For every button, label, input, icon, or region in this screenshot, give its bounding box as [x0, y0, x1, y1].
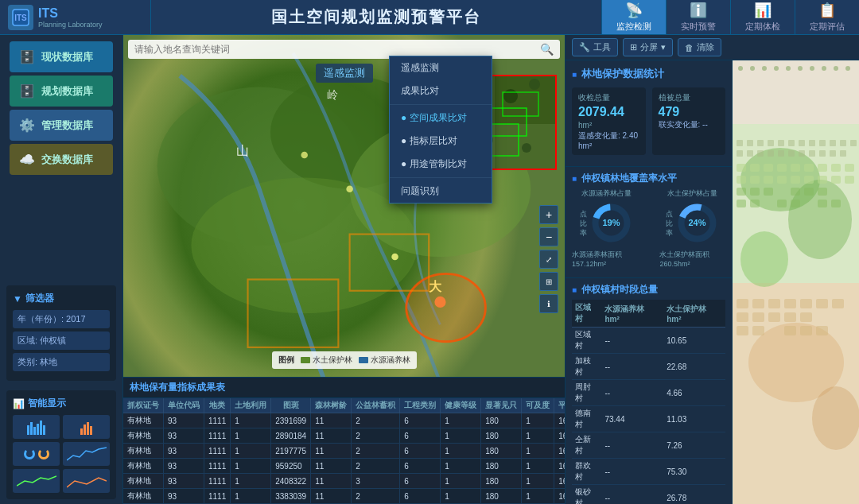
stat-label-2: 植被总量	[659, 92, 720, 103]
donut2-row: 点比率 24%	[666, 201, 719, 247]
donut1-svg: 19%	[589, 201, 633, 245]
stats-title: 林地保护数据统计	[572, 67, 725, 81]
nav-tab-jkjc[interactable]: 📡 监控检测 遥感监测 成果比对 ● 空间成果比对 ● 指标层比对 ● 用途管制…	[601, 0, 666, 34]
chart-mini-6	[63, 469, 110, 493]
tool-icon: 🔧	[579, 42, 590, 52]
table-row: 有林地931111133830391126118011614100042 --重…	[123, 489, 565, 504]
nav-tab-dqpg[interactable]: 📋 定期评估	[795, 0, 859, 34]
svg-rect-123	[784, 299, 796, 308]
th-pjxj: 平均胸径	[554, 398, 565, 413]
village-table-body: 区域村--10.65加枝村--22.68周肘村--4.66德南村73.4411.…	[572, 328, 725, 505]
svg-rect-71	[778, 140, 784, 146]
table-row: 有林地931111121977751126118011614140042 --重…	[123, 444, 565, 459]
svg-rect-72	[788, 140, 795, 146]
dd-yongtu[interactable]: ● 用途管制比对	[390, 153, 492, 176]
village-data-table: 区域村 水源涵养林 hm² 水土保护林 hm² 区域村--10.65加枝村--2…	[572, 300, 725, 504]
stat-value-1: 2079.44	[578, 105, 624, 118]
map-search-bar[interactable]: 🔍	[128, 40, 560, 59]
sidebar-btn-jhsjk[interactable]: ☁️ 交换数据库	[10, 144, 113, 175]
clear-button[interactable]: 🗑 清除	[678, 38, 721, 56]
sidebar-label-3: 管理数据库	[41, 118, 93, 133]
svg-rect-90	[737, 164, 746, 172]
filter-region[interactable]: 区域: 仲权镇	[13, 331, 110, 350]
dqpg-label: 定期评估	[810, 21, 845, 33]
svg-rect-89	[840, 150, 846, 157]
donut2-top-label: 水土保护林占量	[667, 188, 717, 199]
svg-rect-69	[757, 140, 764, 146]
svg-rect-79	[737, 150, 743, 157]
zoom-in-button[interactable]: +	[539, 205, 558, 224]
clear-icon: 🗑	[685, 43, 694, 52]
svg-rect-119	[831, 200, 841, 207]
filter-type[interactable]: 类别: 林地	[13, 353, 110, 371]
donut2-value: 水土保护林面积 260.5hm²	[659, 250, 725, 268]
dd-chenguo[interactable]: 成果比对	[390, 79, 492, 103]
tool-button[interactable]: 🔧 工具	[572, 38, 618, 56]
donut-1-group: 水源涵养林占量 点比率 19%	[572, 188, 641, 268]
svg-point-57	[798, 66, 803, 71]
map-area[interactable]: 🔍 遥感监测	[123, 35, 565, 377]
table-row: 有林地931111123916991126118011614120042 马尾松…	[123, 413, 565, 428]
svg-point-15	[406, 273, 486, 341]
svg-rect-127	[737, 312, 748, 322]
dqpg-icon: 📋	[818, 2, 836, 19]
info-button[interactable]: ℹ	[539, 294, 558, 313]
nav-tab-dqtj[interactable]: 📊 定期体检	[730, 0, 795, 34]
nav-tab-ssyj[interactable]: ℹ️ 实时预警	[666, 0, 730, 34]
svg-text:ITS: ITS	[14, 14, 27, 22]
dd-yugan[interactable]: 遥感监测	[390, 56, 492, 79]
dd-zhibiao[interactable]: ● 指标层比对	[390, 130, 492, 153]
th-kjd: 可及度	[522, 398, 554, 413]
filter-year[interactable]: 年（年份）: 2017	[13, 310, 110, 328]
indicator-row: 水源涵养林占量 点比率 19%	[572, 188, 725, 268]
map-search-input[interactable]	[134, 44, 540, 55]
zoom-out-button[interactable]: −	[539, 227, 558, 246]
svg-rect-116	[777, 200, 787, 207]
svg-rect-75	[819, 140, 826, 146]
logo-text: ITS	[38, 6, 103, 21]
clear-label: 清除	[697, 41, 714, 53]
fullscreen-button[interactable]: ⤢	[539, 250, 558, 269]
right-toolbar: 🔧 工具 ⊞ 分屏 ▾ 🗑 清除	[566, 35, 859, 60]
svg-rect-102	[777, 176, 787, 184]
bottom-table-title: 林地保有量指标成果表	[123, 378, 565, 398]
stat-sub-2: 联实变化量: --	[659, 119, 720, 130]
split-button[interactable]: ⊞ 分屏 ▾	[623, 38, 673, 56]
chart-mini-2	[63, 415, 110, 439]
sidebar-btn-glsjk[interactable]: ⚙️ 管理数据库	[10, 110, 113, 141]
stat-sub-1: 遥感变化量: 2.40 hm²	[578, 130, 639, 150]
village-table-row: 区域村--10.65	[572, 328, 725, 354]
db-icon-3: ⚙️	[19, 118, 35, 133]
svg-rect-67	[737, 140, 743, 146]
jkjc-label: 监控检测 遥感监测 成果比对 ● 空间成果比对 ● 指标层比对 ● 用途管制比对…	[616, 21, 651, 33]
dd-kongjian[interactable]: ● 空间成果比对	[390, 107, 492, 130]
split-dropdown-icon: ▾	[661, 42, 666, 52]
svg-point-61	[845, 66, 850, 71]
th-tb: 图斑	[271, 398, 311, 413]
nav-tabs: 📡 监控检测 遥感监测 成果比对 ● 空间成果比对 ● 指标层比对 ● 用途管制…	[601, 0, 859, 34]
village-th-water: 水源涵养林 hm²	[601, 300, 663, 328]
sidebar-btn-ghsjk[interactable]: 🗄️ 规划数据库	[10, 76, 113, 107]
table-row: 有林地931111128901841126118011614120042 马尾松…	[123, 428, 565, 444]
svg-rect-73	[799, 140, 805, 146]
sidebar-btn-xzsjk[interactable]: 🗄️ 现状数据库	[10, 41, 113, 72]
th-dwdm: 单位代码	[164, 398, 204, 413]
svg-rect-104	[804, 176, 814, 184]
th-gyljx: 公益林蓄积	[352, 398, 400, 413]
grid-button[interactable]: ⊞	[539, 272, 558, 291]
stat-value-row: 2079.44 hm²	[578, 105, 639, 130]
legend-title: 图例	[278, 355, 294, 366]
stat-card-1: 收检总量 2079.44 hm² 遥感变化量: 2.40 hm²	[572, 87, 646, 155]
svg-rect-97	[831, 164, 841, 172]
dd-wenti[interactable]: 问题识别	[390, 180, 492, 203]
dqtj-icon: 📊	[754, 2, 772, 19]
pattern-area	[732, 60, 859, 504]
bottom-table-wrap[interactable]: 抓权证号 单位代码 地类 土地利用 图斑 森林树龄 公益林蓄积 工程类别 健康等…	[123, 398, 565, 504]
th-tdly: 土地利用	[231, 398, 271, 413]
svg-rect-121	[752, 299, 764, 308]
donut2-side: 点比率	[666, 210, 673, 238]
pie-mini-2	[38, 448, 49, 459]
th-xzzj: 显著见只	[481, 398, 522, 413]
svg-rect-80	[747, 150, 753, 157]
map-legend: 图例 水土保护林 水源涵养林	[272, 351, 417, 369]
